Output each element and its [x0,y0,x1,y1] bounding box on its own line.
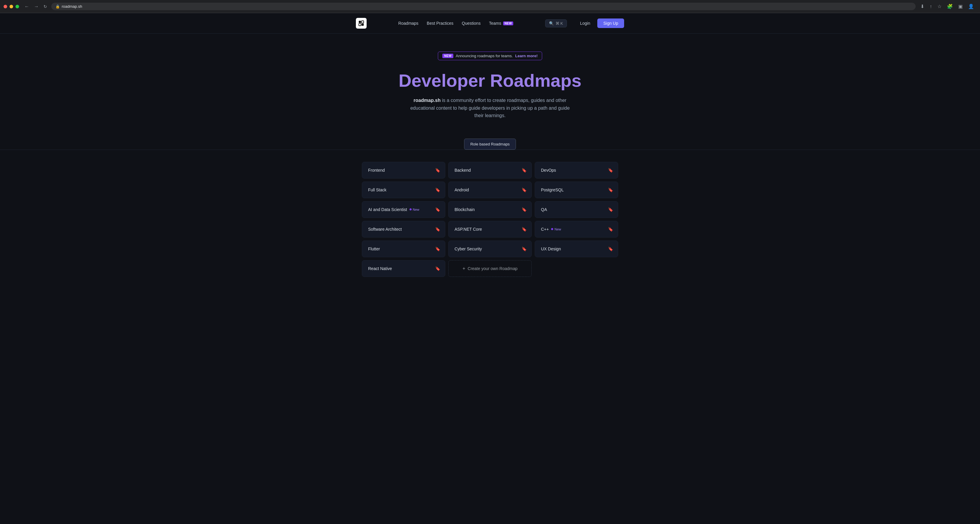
card-title: Full Stack [368,188,386,192]
logo-icon [358,20,364,27]
card-label-area: Android [455,188,469,192]
browser-back-btn[interactable]: ← [23,3,31,10]
logo[interactable] [356,18,367,29]
card-new-dot [409,209,412,210]
roadmap-card-postgresql[interactable]: PostgreSQL🔖 [535,182,618,198]
nav-roadmaps[interactable]: Roadmaps [398,21,418,25]
hero-subtitle-bold: roadmap.sh [414,98,441,103]
roadmap-card-software-architect[interactable]: Software Architect🔖 [362,221,445,237]
roadmap-card-blockchain[interactable]: Blockchain🔖 [448,201,532,218]
svg-rect-3 [361,24,364,25]
roadmap-card-ux-design[interactable]: UX Design🔖 [535,240,618,257]
create-roadmap-card[interactable]: +Create your own Roadmap [448,260,532,277]
browser-profile-btn[interactable]: 👤 [966,2,977,10]
roadmap-card-backend[interactable]: Backend🔖 [448,162,532,178]
roadmap-card-ai-data-scientist[interactable]: AI and Data Scientist New🔖 [362,201,445,218]
bookmark-icon[interactable]: 🔖 [435,266,440,271]
card-new-dot [551,228,553,230]
svg-rect-1 [361,21,364,23]
nav-teams[interactable]: Teams NEW [489,21,513,25]
hero-subtitle: roadmap.sh is a community effort to crea… [407,97,573,119]
card-title: PostgreSQL [541,188,564,192]
signup-button[interactable]: Sign Up [597,19,624,28]
card-title: Software Architect [368,227,402,232]
card-label-area: C++ New [541,227,561,232]
bookmark-icon[interactable]: 🔖 [435,227,440,232]
roadmap-card-cpp[interactable]: C++ New🔖 [535,221,618,237]
card-title: DevOps [541,168,556,173]
hero-title: Developer Roadmaps [6,71,974,91]
bookmark-icon[interactable]: 🔖 [435,207,440,212]
nav-teams-label: Teams [489,21,501,25]
browser-max-btn[interactable] [16,5,19,8]
announcement-banner[interactable]: NEW Announcing roadmaps for teams. Learn… [438,52,542,60]
announcement-text: Announcing roadmaps for teams. [456,54,513,58]
card-label-area: Full Stack [368,188,386,192]
browser-forward-btn[interactable]: → [32,3,41,10]
card-label-area: DevOps [541,168,556,173]
bookmark-icon[interactable]: 🔖 [608,188,613,192]
browser-download-btn[interactable]: ⬇ [918,2,927,10]
card-label-area: Cyber Security [455,247,482,251]
hero-section: NEW Announcing roadmaps for teams. Learn… [0,34,980,131]
bookmark-icon[interactable]: 🔖 [522,188,527,192]
bookmark-icon[interactable]: 🔖 [435,188,440,192]
card-new-badge: New [409,208,419,211]
roadmap-card-cyber-security[interactable]: Cyber Security🔖 [448,240,532,257]
card-label-area: PostgreSQL [541,188,564,192]
bookmark-icon[interactable]: 🔖 [608,227,613,232]
card-label-area: Backend [455,168,471,173]
browser-close-btn[interactable] [3,5,7,8]
roadmap-card-react-native[interactable]: React Native🔖 [362,260,445,277]
plus-icon: + [463,266,465,271]
browser-reload-btn[interactable]: ↻ [42,3,49,10]
card-label-area: Blockchain [455,207,475,212]
card-title: AI and Data Scientist [368,207,407,212]
svg-rect-0 [359,21,361,23]
browser-bookmark-btn[interactable]: ☆ [935,2,944,10]
bookmark-icon[interactable]: 🔖 [522,207,527,212]
bookmark-icon[interactable]: 🔖 [435,247,440,251]
card-title: Cyber Security [455,247,482,251]
bookmark-icon[interactable]: 🔖 [435,168,440,173]
card-title: React Native [368,266,392,271]
card-title: Android [455,188,469,192]
nav-questions[interactable]: Questions [462,21,480,25]
card-label-area: QA [541,207,547,212]
lock-icon: 🔒 [56,5,60,9]
learn-more-link[interactable]: Learn more! [515,54,538,58]
bookmark-icon[interactable]: 🔖 [522,227,527,232]
announcement-new-tag: NEW [442,54,453,58]
search-shortcut: ⌘ K [555,21,563,25]
tab-role-based-roadmaps[interactable]: Role based Roadmaps [464,139,516,150]
bookmark-icon[interactable]: 🔖 [608,247,613,251]
address-bar[interactable]: 🔒 roadmap.sh [51,3,916,10]
search-button[interactable]: 🔍 ⌘ K [545,19,567,27]
browser-min-btn[interactable] [10,5,13,8]
bookmark-icon[interactable]: 🔖 [608,207,613,212]
login-button[interactable]: Login [576,19,594,27]
roadmap-card-frontend[interactable]: Frontend🔖 [362,162,445,178]
card-title: QA [541,207,547,212]
bookmark-icon[interactable]: 🔖 [522,247,527,251]
teams-new-badge: NEW [503,21,514,25]
bookmark-icon[interactable]: 🔖 [608,168,613,173]
roadmap-card-flutter[interactable]: Flutter🔖 [362,240,445,257]
roadmap-card-full-stack[interactable]: Full Stack🔖 [362,182,445,198]
bookmark-icon[interactable]: 🔖 [522,168,527,173]
main-navbar: Roadmaps Best Practices Questions Teams … [0,13,980,34]
roadmap-card-aspnet-core[interactable]: ASP.NET Core🔖 [448,221,532,237]
card-title: C++ [541,227,549,232]
browser-share-btn[interactable]: ↑ [927,2,934,10]
card-label-area: React Native [368,266,392,271]
roadmap-card-android[interactable]: Android🔖 [448,182,532,198]
roadmaps-grid: Frontend🔖Backend🔖DevOps🔖Full Stack🔖Andro… [362,162,618,277]
roadmap-card-qa[interactable]: QA🔖 [535,201,618,218]
nav-best-practices[interactable]: Best Practices [427,21,453,25]
card-title: Backend [455,168,471,173]
browser-window-btn[interactable]: ▣ [956,2,965,10]
browser-chrome: ← → ↻ 🔒 roadmap.sh ⬇ ↑ ☆ 🧩 ▣ 👤 [0,0,980,13]
card-label-area: Flutter [368,247,380,251]
browser-extensions-btn[interactable]: 🧩 [945,2,955,10]
roadmap-card-devops[interactable]: DevOps🔖 [535,162,618,178]
